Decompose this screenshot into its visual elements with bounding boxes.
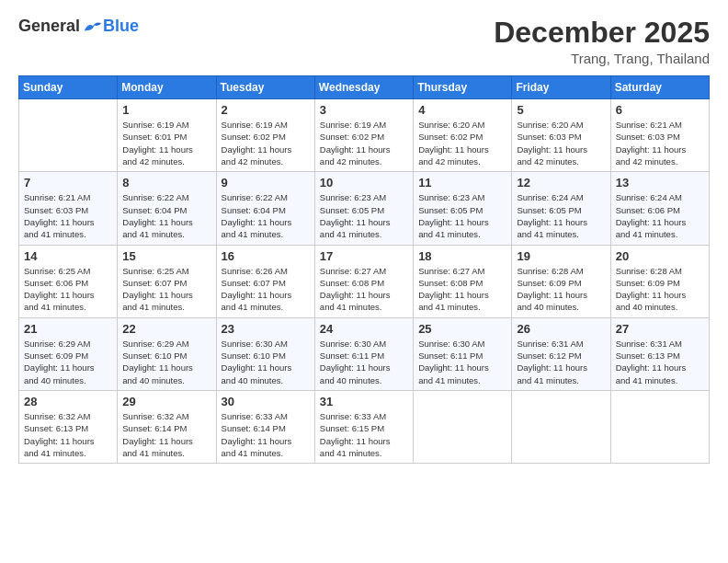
day-info: Sunrise: 6:31 AM Sunset: 6:12 PM Dayligh… bbox=[517, 338, 605, 386]
day-cell: 13Sunrise: 6:24 AM Sunset: 6:06 PM Dayli… bbox=[610, 172, 709, 245]
day-cell: 28Sunrise: 6:32 AM Sunset: 6:13 PM Dayli… bbox=[19, 390, 118, 463]
day-info: Sunrise: 6:21 AM Sunset: 6:03 PM Dayligh… bbox=[24, 191, 112, 240]
day-number: 26 bbox=[517, 322, 605, 336]
col-header-friday: Friday bbox=[512, 76, 610, 99]
day-number: 27 bbox=[616, 322, 704, 336]
day-number: 8 bbox=[122, 176, 210, 190]
day-info: Sunrise: 6:25 AM Sunset: 6:07 PM Dayligh… bbox=[122, 265, 210, 314]
day-cell: 18Sunrise: 6:27 AM Sunset: 6:08 PM Dayli… bbox=[414, 245, 512, 317]
logo-blue-text: Blue bbox=[103, 17, 139, 36]
week-row-3: 14Sunrise: 6:25 AM Sunset: 6:06 PM Dayli… bbox=[19, 245, 710, 317]
day-cell: 25Sunrise: 6:30 AM Sunset: 6:11 PM Dayli… bbox=[414, 317, 512, 390]
logo: General Blue bbox=[18, 17, 139, 36]
day-number: 12 bbox=[517, 176, 605, 190]
day-cell: 24Sunrise: 6:30 AM Sunset: 6:11 PM Dayli… bbox=[314, 317, 413, 390]
day-cell: 11Sunrise: 6:23 AM Sunset: 6:05 PM Dayli… bbox=[414, 172, 512, 245]
day-cell: 23Sunrise: 6:30 AM Sunset: 6:10 PM Dayli… bbox=[216, 317, 314, 390]
day-number: 1 bbox=[122, 103, 210, 117]
title-section: December 2025 Trang, Trang, Thailand bbox=[494, 17, 710, 66]
header: General Blue December 2025 Trang, Trang,… bbox=[18, 17, 710, 66]
day-info: Sunrise: 6:33 AM Sunset: 6:14 PM Dayligh… bbox=[222, 410, 310, 459]
week-row-2: 7Sunrise: 6:21 AM Sunset: 6:03 PM Daylig… bbox=[19, 172, 710, 245]
day-cell: 20Sunrise: 6:28 AM Sunset: 6:09 PM Dayli… bbox=[610, 245, 709, 317]
day-cell: 5Sunrise: 6:20 AM Sunset: 6:03 PM Daylig… bbox=[512, 99, 610, 172]
col-header-sunday: Sunday bbox=[19, 76, 118, 99]
day-number: 22 bbox=[122, 322, 210, 336]
week-row-4: 21Sunrise: 6:29 AM Sunset: 6:09 PM Dayli… bbox=[19, 317, 710, 390]
day-number: 25 bbox=[418, 322, 506, 336]
day-number: 21 bbox=[24, 322, 112, 336]
day-cell bbox=[414, 390, 512, 463]
day-info: Sunrise: 6:24 AM Sunset: 6:05 PM Dayligh… bbox=[517, 191, 605, 240]
day-number: 17 bbox=[320, 249, 408, 263]
day-cell: 15Sunrise: 6:25 AM Sunset: 6:07 PM Dayli… bbox=[118, 245, 216, 317]
day-info: Sunrise: 6:33 AM Sunset: 6:15 PM Dayligh… bbox=[320, 410, 408, 459]
day-info: Sunrise: 6:21 AM Sunset: 6:03 PM Dayligh… bbox=[616, 119, 704, 167]
day-info: Sunrise: 6:29 AM Sunset: 6:09 PM Dayligh… bbox=[24, 338, 112, 386]
day-cell: 31Sunrise: 6:33 AM Sunset: 6:15 PM Dayli… bbox=[314, 390, 413, 463]
day-info: Sunrise: 6:23 AM Sunset: 6:05 PM Dayligh… bbox=[418, 191, 506, 240]
day-info: Sunrise: 6:32 AM Sunset: 6:13 PM Dayligh… bbox=[24, 410, 112, 459]
day-info: Sunrise: 6:26 AM Sunset: 6:07 PM Dayligh… bbox=[222, 265, 310, 314]
day-cell bbox=[610, 390, 709, 463]
day-cell: 26Sunrise: 6:31 AM Sunset: 6:12 PM Dayli… bbox=[512, 317, 610, 390]
day-info: Sunrise: 6:20 AM Sunset: 6:02 PM Dayligh… bbox=[418, 119, 506, 167]
day-cell: 30Sunrise: 6:33 AM Sunset: 6:14 PM Dayli… bbox=[216, 390, 314, 463]
day-info: Sunrise: 6:19 AM Sunset: 6:01 PM Dayligh… bbox=[122, 119, 210, 167]
day-cell: 7Sunrise: 6:21 AM Sunset: 6:03 PM Daylig… bbox=[19, 172, 118, 245]
calendar: SundayMondayTuesdayWednesdayThursdayFrid… bbox=[18, 75, 710, 464]
day-number: 20 bbox=[616, 249, 704, 263]
col-header-saturday: Saturday bbox=[610, 76, 709, 99]
day-cell: 29Sunrise: 6:32 AM Sunset: 6:14 PM Dayli… bbox=[118, 390, 216, 463]
day-cell bbox=[19, 99, 118, 172]
day-cell: 3Sunrise: 6:19 AM Sunset: 6:02 PM Daylig… bbox=[314, 99, 413, 172]
day-info: Sunrise: 6:19 AM Sunset: 6:02 PM Dayligh… bbox=[222, 119, 310, 167]
day-info: Sunrise: 6:25 AM Sunset: 6:06 PM Dayligh… bbox=[24, 265, 112, 314]
day-number: 16 bbox=[222, 249, 310, 263]
day-cell: 19Sunrise: 6:28 AM Sunset: 6:09 PM Dayli… bbox=[512, 245, 610, 317]
day-info: Sunrise: 6:28 AM Sunset: 6:09 PM Dayligh… bbox=[517, 265, 605, 314]
week-row-1: 1Sunrise: 6:19 AM Sunset: 6:01 PM Daylig… bbox=[19, 99, 710, 172]
day-info: Sunrise: 6:30 AM Sunset: 6:10 PM Dayligh… bbox=[222, 338, 310, 386]
page: General Blue December 2025 Trang, Trang,… bbox=[0, 0, 728, 563]
day-info: Sunrise: 6:28 AM Sunset: 6:09 PM Dayligh… bbox=[616, 265, 704, 314]
day-number: 15 bbox=[122, 249, 210, 263]
day-info: Sunrise: 6:24 AM Sunset: 6:06 PM Dayligh… bbox=[616, 191, 704, 240]
day-cell: 10Sunrise: 6:23 AM Sunset: 6:05 PM Dayli… bbox=[314, 172, 413, 245]
day-info: Sunrise: 6:30 AM Sunset: 6:11 PM Dayligh… bbox=[320, 338, 408, 386]
day-number: 18 bbox=[418, 249, 506, 263]
logo-general-text: General bbox=[18, 17, 80, 36]
day-info: Sunrise: 6:22 AM Sunset: 6:04 PM Dayligh… bbox=[122, 191, 210, 240]
day-info: Sunrise: 6:30 AM Sunset: 6:11 PM Dayligh… bbox=[418, 338, 506, 386]
day-number: 7 bbox=[24, 176, 112, 190]
header-row: SundayMondayTuesdayWednesdayThursdayFrid… bbox=[19, 76, 710, 99]
day-cell: 9Sunrise: 6:22 AM Sunset: 6:04 PM Daylig… bbox=[216, 172, 314, 245]
day-info: Sunrise: 6:27 AM Sunset: 6:08 PM Dayligh… bbox=[418, 265, 506, 314]
col-header-tuesday: Tuesday bbox=[216, 76, 314, 99]
day-info: Sunrise: 6:27 AM Sunset: 6:08 PM Dayligh… bbox=[320, 265, 408, 314]
day-cell: 22Sunrise: 6:29 AM Sunset: 6:10 PM Dayli… bbox=[118, 317, 216, 390]
day-info: Sunrise: 6:29 AM Sunset: 6:10 PM Dayligh… bbox=[122, 338, 210, 386]
day-number: 14 bbox=[24, 249, 112, 263]
logo-bird-icon bbox=[83, 18, 103, 35]
day-number: 19 bbox=[517, 249, 605, 263]
col-header-thursday: Thursday bbox=[414, 76, 512, 99]
day-number: 28 bbox=[24, 395, 112, 408]
day-cell: 21Sunrise: 6:29 AM Sunset: 6:09 PM Dayli… bbox=[19, 317, 118, 390]
day-number: 30 bbox=[222, 395, 310, 408]
day-info: Sunrise: 6:19 AM Sunset: 6:02 PM Dayligh… bbox=[320, 119, 408, 167]
day-number: 11 bbox=[418, 176, 506, 190]
day-cell bbox=[512, 390, 610, 463]
subtitle: Trang, Trang, Thailand bbox=[494, 51, 710, 66]
day-number: 6 bbox=[616, 103, 704, 117]
day-number: 9 bbox=[222, 176, 310, 190]
day-cell: 1Sunrise: 6:19 AM Sunset: 6:01 PM Daylig… bbox=[118, 99, 216, 172]
day-info: Sunrise: 6:23 AM Sunset: 6:05 PM Dayligh… bbox=[320, 191, 408, 240]
day-number: 10 bbox=[320, 176, 408, 190]
day-cell: 14Sunrise: 6:25 AM Sunset: 6:06 PM Dayli… bbox=[19, 245, 118, 317]
day-cell: 8Sunrise: 6:22 AM Sunset: 6:04 PM Daylig… bbox=[118, 172, 216, 245]
month-title: December 2025 bbox=[494, 17, 710, 49]
day-number: 2 bbox=[222, 103, 310, 117]
day-number: 13 bbox=[616, 176, 704, 190]
day-number: 23 bbox=[222, 322, 310, 336]
